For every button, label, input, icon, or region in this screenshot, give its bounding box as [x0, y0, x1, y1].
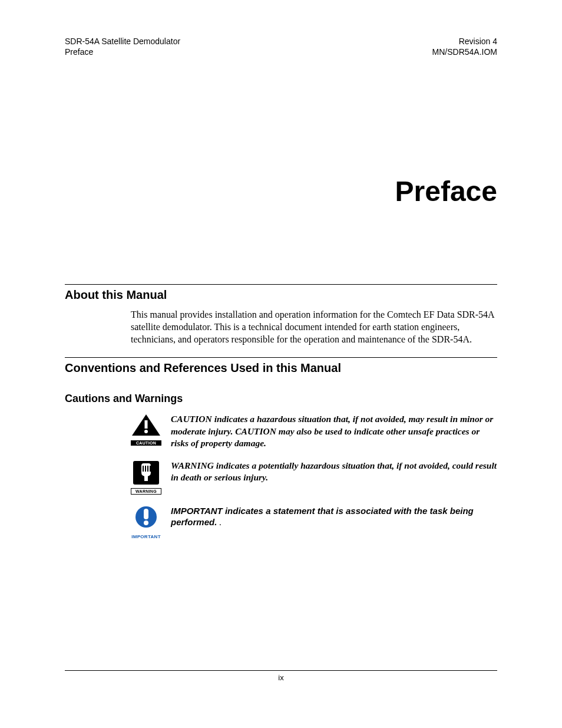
header-left: SDR-54A Satellite Demodulator Preface [65, 37, 180, 57]
notice-important: IMPORTANT IMPORTANT indicates a statemen… [131, 505, 497, 540]
section-about: About this Manual This manual provides i… [65, 284, 497, 345]
caution-icon-label: CAUTION [131, 440, 161, 446]
section-rule [65, 284, 497, 285]
warning-icon-label: WARNING [131, 488, 161, 495]
section-conventions: Conventions and References Used in this … [65, 357, 497, 375]
header-product: SDR-54A Satellite Demodulator [65, 37, 180, 47]
notice-warning: WARNING WARNING indicates a potentially … [131, 460, 497, 495]
svg-rect-5 [145, 466, 146, 472]
svg-rect-1 [145, 420, 148, 429]
page-footer: ix [65, 670, 497, 682]
svg-rect-4 [143, 466, 144, 472]
svg-rect-7 [150, 466, 151, 472]
page-header: SDR-54A Satellite Demodulator Preface Re… [65, 37, 497, 57]
notice-caution: CAUTION CAUTION indicates a hazardous si… [131, 413, 497, 449]
header-section: Preface [65, 47, 180, 58]
footer-rule [65, 670, 497, 671]
page-number: ix [65, 673, 497, 682]
svg-rect-6 [147, 466, 148, 472]
section-rule [65, 357, 497, 358]
svg-point-11 [144, 521, 148, 525]
important-text: IMPORTANT indicates a statement that is … [171, 505, 497, 529]
svg-point-2 [144, 430, 148, 433]
caution-icon: CAUTION [131, 413, 161, 446]
important-text-trailing: . [217, 518, 222, 527]
caution-text: CAUTION indicates a hazardous situation … [171, 413, 497, 449]
svg-rect-10 [144, 509, 148, 519]
document-page: SDR-54A Satellite Demodulator Preface Re… [0, 0, 562, 728]
important-icon-label: IMPORTANT [131, 533, 161, 540]
header-right: Revision 4 MN/SDR54A.IOM [432, 37, 497, 57]
warning-text: WARNING indicates a potentially hazardou… [171, 460, 497, 483]
page-title: Preface [65, 175, 497, 207]
important-icon: IMPORTANT [131, 505, 161, 540]
about-body: This manual provides installation and op… [131, 309, 497, 345]
section-heading-cautions: Cautions and Warnings [65, 393, 497, 405]
header-revision: Revision 4 [432, 37, 497, 47]
warning-icon: WARNING [131, 460, 161, 495]
section-heading-conventions: Conventions and References Used in this … [65, 361, 497, 375]
section-cautions: Cautions and Warnings CAUTION CAUTION in… [65, 393, 497, 539]
header-docnum: MN/SDR54A.IOM [432, 47, 497, 58]
section-heading-about: About this Manual [65, 288, 497, 302]
svg-rect-8 [144, 475, 148, 481]
